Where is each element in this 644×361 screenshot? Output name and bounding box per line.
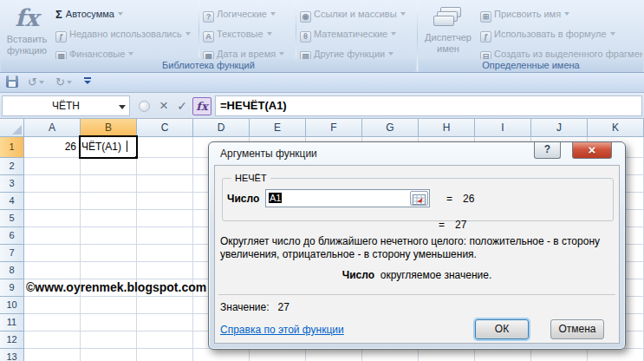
function-help-link[interactable]: Справка по этой функции xyxy=(220,324,344,336)
quick-access-toolbar: ↺ ↻ xyxy=(0,73,644,93)
cell-b1-edit-text: ЧЁТ(A1) xyxy=(81,141,121,153)
math-button[interactable]: θМатематические xyxy=(300,25,396,43)
ribbon: fx Вставить функцию ΣАвтосумма ƒНедавно … xyxy=(0,0,644,73)
logical-button[interactable]: ?Логические xyxy=(203,5,276,23)
column-header-e[interactable]: E xyxy=(250,119,306,137)
define-name-icon: ⊞ xyxy=(480,11,491,23)
customize-qat-icon xyxy=(84,77,91,79)
column-header-b[interactable]: B xyxy=(81,119,137,137)
column-header-a[interactable]: A xyxy=(24,119,81,137)
row-header-6[interactable]: 6 xyxy=(0,227,24,245)
function-arguments-dialog: Аргументы функции ? × НЕЧЁТ Число A1 = 2… xyxy=(208,141,626,350)
equals-sign: = xyxy=(446,193,452,205)
ribbon-separator xyxy=(296,3,296,57)
argument-hint-term: Число xyxy=(342,269,374,281)
defined-names-group-label[interactable]: Определенные имена xyxy=(419,59,643,72)
undo-button[interactable]: ↺ xyxy=(28,75,44,90)
argument-label: Число xyxy=(227,193,259,205)
fill-handle[interactable] xyxy=(134,155,138,159)
lookup-button[interactable]: ◉Ссылки и массивы xyxy=(300,5,406,23)
row-header-1[interactable]: 1 xyxy=(0,137,24,158)
insert-function-fx-button[interactable]: fx xyxy=(192,97,211,115)
cell-b1-edit-box[interactable]: ЧЁТ(A1) xyxy=(79,135,138,159)
dialog-close-button[interactable]: × xyxy=(572,142,612,159)
cell-a1[interactable]: 26 xyxy=(24,137,80,158)
row-header-11[interactable]: 11 xyxy=(0,314,24,331)
equals-sign: = xyxy=(439,219,445,231)
text-functions-icon: А xyxy=(203,31,214,43)
collapse-formula-bar-button[interactable] xyxy=(139,101,150,112)
row-header-10[interactable]: 10 xyxy=(0,297,24,314)
column-header-h[interactable]: H xyxy=(419,119,475,137)
row-header-3[interactable]: 3 xyxy=(0,175,24,193)
column-header-g[interactable]: G xyxy=(362,119,419,137)
redo-button[interactable]: ↻ xyxy=(55,75,72,90)
ok-button[interactable]: ОК xyxy=(475,319,529,339)
enter-entry-button[interactable]: ✓ xyxy=(173,98,191,115)
dropdown-arrow-icon xyxy=(267,32,272,36)
save-icon xyxy=(6,75,18,88)
cancel-entry-button[interactable]: × xyxy=(155,98,172,115)
close-icon: × xyxy=(589,142,596,157)
result-value: 27 xyxy=(278,301,289,313)
logical-label: Логические xyxy=(217,9,267,19)
dropdown-arrow-icon xyxy=(564,12,569,16)
use-in-formula-icon: ƒ xyxy=(480,31,491,43)
use-in-formula-label: Использовать в формуле xyxy=(494,29,607,39)
logical-icon: ? xyxy=(203,11,214,23)
name-box-dropdown-icon[interactable] xyxy=(119,105,126,109)
dialog-separator xyxy=(218,294,615,295)
row-header-7[interactable]: 7 xyxy=(0,245,24,262)
dropdown-arrow-icon xyxy=(67,81,72,84)
autosum-label: Автосумма xyxy=(66,9,114,19)
result-value-line: Значение: 27 xyxy=(220,301,289,313)
text-cursor xyxy=(127,141,127,152)
dropdown-arrow-icon xyxy=(118,12,123,16)
row-header-4[interactable]: 4 xyxy=(0,193,24,210)
customize-qat-button[interactable] xyxy=(84,75,91,89)
argument-result: 26 xyxy=(463,193,474,205)
text-functions-button[interactable]: АТекстовые xyxy=(203,25,272,43)
row-header-2[interactable]: 2 xyxy=(0,158,24,175)
name-box-value: ЧЁТН xyxy=(52,100,80,112)
row-header-5[interactable]: 5 xyxy=(0,210,24,227)
insert-function-label: Вставить функцию xyxy=(2,34,52,56)
save-button[interactable] xyxy=(6,75,18,90)
dropdown-arrow-icon xyxy=(279,52,284,56)
column-header-j[interactable]: J xyxy=(531,119,588,137)
collapse-dialog-range-button[interactable] xyxy=(410,191,428,206)
function-library-group-label[interactable]: Библиотека функций xyxy=(1,59,416,72)
insert-function-icon: fx xyxy=(2,5,52,31)
column-header-f[interactable]: F xyxy=(306,119,362,137)
argument-value: A1 xyxy=(269,193,282,203)
row-header-9[interactable]: 9 xyxy=(0,279,24,297)
recently-used-button[interactable]: ƒНедавно использовались xyxy=(55,25,191,43)
column-header-d[interactable]: D xyxy=(193,119,250,137)
dropdown-arrow-icon xyxy=(388,52,394,56)
row-header-13[interactable]: 13 xyxy=(0,349,24,361)
column-header-c[interactable]: C xyxy=(137,119,193,137)
column-header-i[interactable]: I xyxy=(475,119,531,137)
autosum-button[interactable]: ΣАвтосумма xyxy=(55,5,123,23)
recently-used-label: Недавно использовались xyxy=(69,29,182,39)
row-header-8[interactable]: 8 xyxy=(0,262,24,279)
argument-input[interactable]: A1 xyxy=(265,189,430,207)
text-functions-label: Текстовые xyxy=(217,29,263,39)
row-header-12[interactable]: 12 xyxy=(0,331,24,349)
dropdown-arrow-icon xyxy=(270,12,276,16)
dialog-title: Аргументы функции xyxy=(220,148,317,160)
select-all-corner[interactable] xyxy=(0,119,24,137)
formula-result: 27 xyxy=(455,219,466,231)
formula-input[interactable]: =НЕЧЁТ(A1) xyxy=(215,95,642,116)
column-header-k[interactable]: K xyxy=(588,119,644,137)
ribbon-group-separator xyxy=(417,3,418,70)
sigma-icon: Σ xyxy=(55,6,62,23)
use-in-formula-button[interactable]: ƒИспользовать в формуле xyxy=(480,25,615,43)
dropdown-arrow-icon xyxy=(610,32,615,36)
function-description: Округляет число до ближайшего нечетного … xyxy=(220,235,608,261)
dialog-help-button[interactable]: ? xyxy=(534,142,561,159)
define-name-button[interactable]: ⊞Присвоить имя xyxy=(480,5,569,23)
cancel-button[interactable]: Отмена xyxy=(550,319,604,339)
name-box[interactable]: ЧЁТН xyxy=(2,95,130,116)
math-label: Математические xyxy=(314,29,387,39)
